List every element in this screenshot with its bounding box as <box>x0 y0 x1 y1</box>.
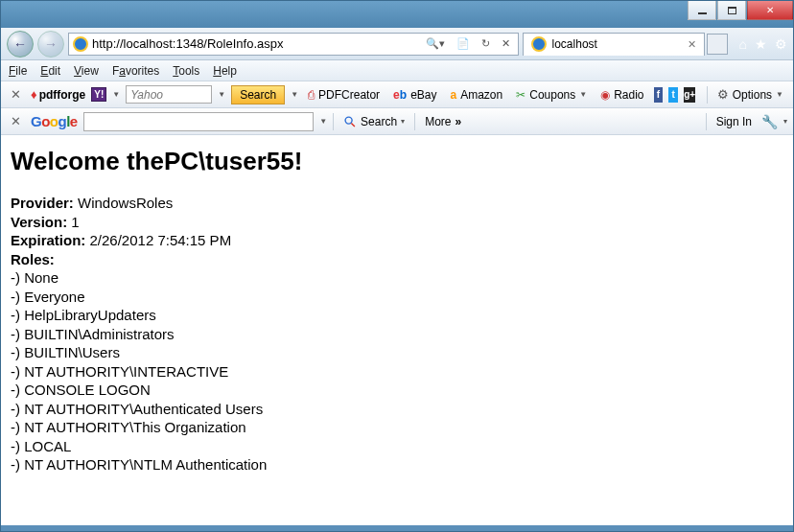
role-item: -) BUILTIN\Administrators <box>11 325 783 344</box>
chevron-down-icon[interactable]: ▼ <box>291 90 298 99</box>
menu-favorites[interactable]: Favorites <box>112 64 159 78</box>
compat-view-icon[interactable]: 📄 <box>453 37 474 50</box>
menu-tools[interactable]: Tools <box>173 64 199 78</box>
radio-icon: ◉ <box>600 88 610 102</box>
twitter-icon[interactable]: t <box>668 87 678 103</box>
pdfforge-toolbar: ✕ ♦pdfforge Y!▼ ▼ Search ▼ ⎙PDFCreator e… <box>1 81 793 108</box>
role-item: -) Everyone <box>11 288 783 307</box>
address-url: http://localhost:1348/RoleInfo.aspx <box>92 36 418 51</box>
separator <box>414 113 415 130</box>
menu-file[interactable]: File <box>9 64 27 78</box>
google-logo[interactable]: Google <box>31 113 78 129</box>
pdfforge-logo[interactable]: ♦pdfforge <box>31 87 85 102</box>
tab-strip: localhost ✕ <box>523 33 728 56</box>
role-item: -) NT AUTHORITY\This Organization <box>11 418 783 437</box>
role-item: -) NT AUTHORITY\Authenticated Users <box>11 400 783 419</box>
ie-icon <box>73 36 88 52</box>
menu-view[interactable]: View <box>74 64 99 78</box>
tools-icon[interactable]: ⚙ <box>775 36 787 52</box>
yahoo-icon: Y! <box>91 87 106 102</box>
ebay-icon: eb <box>393 88 407 102</box>
role-item: -) BUILTIN\Users <box>11 343 783 362</box>
header-icons: ⌂ ★ ⚙ <box>739 36 787 52</box>
google-search-input[interactable] <box>83 112 314 131</box>
refresh-button[interactable]: ↻ <box>478 37 494 50</box>
googleplus-icon[interactable]: g+ <box>684 87 695 103</box>
back-button[interactable]: ← <box>7 31 34 58</box>
chevron-down-icon: ▼ <box>579 90 587 99</box>
forward-button[interactable]: → <box>37 31 64 58</box>
coupons-icon: ✂ <box>516 88 525 102</box>
minimize-button[interactable] <box>688 1 716 20</box>
new-tab-button[interactable] <box>707 34 728 55</box>
yahoo-search-input[interactable] <box>126 85 212 104</box>
favorites-icon[interactable]: ★ <box>755 36 767 52</box>
role-item: -) NT AUTHORITY\INTERACTIVE <box>11 362 783 382</box>
coupons-button[interactable]: ✂Coupons▼ <box>512 88 591 102</box>
chevron-down-icon: ▼ <box>776 90 783 99</box>
wrench-icon[interactable]: 🔧 <box>761 114 778 129</box>
tab-localhost[interactable]: localhost ✕ <box>523 33 705 56</box>
search-icon <box>343 115 357 128</box>
role-item: -) HelpLibraryUpdaters <box>11 306 783 325</box>
close-toolbar-a-button[interactable]: ✕ <box>7 87 25 102</box>
tab-title: localhost <box>552 37 597 51</box>
menu-bar: File Edit View Favorites Tools Help <box>1 60 793 81</box>
close-tab-icon[interactable]: ✕ <box>688 38 696 51</box>
page-heading: Welcome thePC\tuser55! <box>11 147 783 176</box>
nav-toolbar: ← → http://localhost:1348/RoleInfo.aspx … <box>1 28 793 60</box>
roles-list: -) None-) Everyone-) HelpLibraryUpdaters… <box>11 268 783 474</box>
more-button[interactable]: More » <box>421 115 465 128</box>
expiration-line: Expiration: 2/26/2012 7:54:15 PM <box>11 231 783 250</box>
close-toolbar-b-button[interactable]: ✕ <box>7 114 25 128</box>
role-item: -) None <box>11 268 783 288</box>
home-icon[interactable]: ⌂ <box>739 36 747 52</box>
amazon-button[interactable]: aAmazon <box>447 88 507 102</box>
role-item: -) LOCAL <box>11 437 783 456</box>
menu-edit[interactable]: Edit <box>40 64 60 78</box>
roles-label: Roles: <box>11 250 783 269</box>
browser-window: ✕ ← → http://localhost:1348/RoleInfo.asp… <box>0 0 794 532</box>
titlebar: ✕ <box>1 1 793 28</box>
pdfcreator-button[interactable]: ⎙PDFCreator <box>304 88 384 102</box>
chevron-down-icon: ▾ <box>401 117 405 126</box>
amazon-icon: a <box>451 88 457 102</box>
chevron-down-icon[interactable]: ▾ <box>783 117 787 126</box>
version-line: Version: 1 <box>11 213 783 232</box>
separator <box>333 113 334 130</box>
stop-button[interactable]: ✕ <box>498 37 514 50</box>
signin-button[interactable]: Sign In <box>712 115 756 128</box>
menu-help[interactable]: Help <box>213 64 237 78</box>
close-button[interactable]: ✕ <box>747 1 793 20</box>
address-bar[interactable]: http://localhost:1348/RoleInfo.aspx 🔍▾ 📄… <box>68 33 519 56</box>
ebay-button[interactable]: ebeBay <box>389 88 440 102</box>
options-button[interactable]: ⚙Options▼ <box>713 87 787 102</box>
search-dropdown-icon[interactable]: 🔍▾ <box>422 37 449 50</box>
provider-line: Provider: WindowsRoles <box>11 194 783 213</box>
maximize-button[interactable] <box>717 1 746 20</box>
flame-icon: ♦ <box>31 87 37 102</box>
separator <box>707 86 708 104</box>
page-content: Welcome thePC\tuser55! Provider: Windows… <box>1 135 793 531</box>
svg-point-0 <box>345 117 352 124</box>
separator <box>706 113 707 130</box>
role-item: -) NT AUTHORITY\NTLM Authentication <box>11 455 783 474</box>
chevron-down-icon[interactable]: ▼ <box>112 90 120 99</box>
google-search-button[interactable]: Search▾ <box>339 115 409 128</box>
gear-icon: ⚙ <box>717 87 729 102</box>
chevron-down-icon[interactable]: ▼ <box>319 117 327 126</box>
google-toolbar: ✕ Google ▼ Search▾ More » Sign In 🔧▾ <box>1 108 793 135</box>
role-item: -) CONSOLE LOGON <box>11 381 783 400</box>
facebook-icon[interactable]: f <box>654 87 664 103</box>
chevron-down-icon[interactable]: ▼ <box>218 90 225 99</box>
ie-icon <box>531 36 547 52</box>
svg-line-1 <box>352 123 356 126</box>
search-button[interactable]: Search <box>231 85 285 104</box>
pdf-icon: ⎙ <box>308 88 315 102</box>
radio-button[interactable]: ◉Radio <box>596 88 647 102</box>
